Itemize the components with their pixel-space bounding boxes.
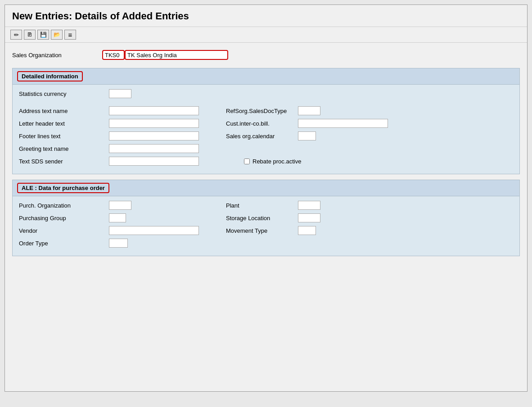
edit-button[interactable]: ✏ [10, 30, 22, 40]
letter-col: Letter header text [19, 119, 226, 128]
purchasing-group-col: Purchasing Group [19, 213, 226, 222]
letter-header-text-label: Letter header text [19, 120, 109, 127]
purchasing-group-label: Purchasing Group [19, 215, 109, 222]
menu-button[interactable]: ≡ [64, 30, 76, 40]
purchasing-group-input[interactable] [109, 213, 126, 222]
letter-cust-row: Letter header text Cust.inter-co.bill. [19, 119, 513, 128]
order-type-label: Order Type [19, 240, 109, 247]
footer-lines-text-label: Footer lines text [19, 133, 109, 140]
statistics-currency-input[interactable] [109, 89, 131, 98]
rebate-label: Rebate proc.active [252, 158, 301, 165]
save-local-icon: 💾 [40, 32, 47, 38]
content-area: Sales Organization Detailed information … [5, 43, 527, 269]
text-sds-sender-input[interactable] [109, 157, 199, 166]
address-text-name-input[interactable] [109, 106, 199, 115]
order-type-row: Order Type [19, 239, 513, 248]
ale-header: ALE : Data for purchase order [13, 180, 519, 196]
ale-section: ALE : Data for purchase order Purch. Org… [12, 180, 520, 256]
statistics-currency-row: Statistics currency [19, 89, 513, 98]
text-sds-col: Text SDS sender [19, 157, 226, 166]
statistics-currency-label: Statistics currency [19, 90, 109, 97]
footer-col: Footer lines text [19, 131, 226, 140]
refsorg-label: RefSorg.SalesDocType [226, 108, 298, 114]
cust-interco-col: Cust.inter-co.bill. [226, 119, 388, 128]
purch-org-col: Purch. Organization [19, 201, 226, 210]
greeting-text-name-input[interactable] [109, 144, 199, 153]
ale-header-label: ALE : Data for purchase order [17, 183, 109, 193]
save-as-icon: 📂 [54, 32, 60, 38]
letter-header-text-input[interactable] [109, 119, 199, 128]
sales-org-calendar-input[interactable] [298, 131, 316, 140]
sales-org-label: Sales Organization [12, 52, 102, 59]
text-sds-sender-label: Text SDS sender [19, 158, 109, 165]
order-type-input[interactable] [109, 239, 128, 248]
purch-org-input[interactable] [109, 201, 131, 210]
refsorg-col: RefSorg.SalesDocType [226, 106, 320, 115]
refsorg-input[interactable] [298, 106, 320, 115]
greeting-row: Greeting text name [19, 144, 513, 153]
menu-icon: ≡ [68, 31, 72, 39]
movement-type-label: Movement Type [226, 227, 298, 234]
storage-location-col: Storage Location [226, 213, 320, 222]
storage-location-label: Storage Location [226, 215, 298, 222]
detailed-info-body: Statistics currency Address text name Re… [13, 85, 519, 174]
save-button[interactable]: 🖹 [24, 30, 36, 40]
cust-interco-label: Cust.inter-co.bill. [226, 120, 298, 127]
storage-location-input[interactable] [298, 213, 320, 222]
sales-org-name-input[interactable] [125, 50, 228, 60]
vendor-movement-row: Vendor Movement Type [19, 226, 513, 235]
greeting-text-name-label: Greeting text name [19, 145, 109, 152]
purch-org-plant-row: Purch. Organization Plant [19, 201, 513, 210]
plant-col: Plant [226, 201, 320, 210]
text-sds-rebate-row: Text SDS sender Rebate proc.active [19, 157, 513, 166]
title-bar: New Entries: Details of Added Entries [5, 5, 527, 27]
footer-lines-text-input[interactable] [109, 131, 199, 140]
movement-type-col: Movement Type [226, 226, 316, 235]
rebate-checkbox[interactable] [244, 158, 250, 164]
address-text-name-label: Address text name [19, 108, 109, 114]
main-container: New Entries: Details of Added Entries ✏ … [5, 5, 527, 392]
edit-icon: ✏ [14, 32, 19, 38]
purch-org-label: Purch. Organization [19, 202, 109, 209]
detailed-info-header: Detailed information [13, 68, 519, 85]
page-title: New Entries: Details of Added Entries [12, 10, 520, 22]
ale-body: Purch. Organization Plant Purchasing Gro… [13, 196, 519, 256]
sales-org-inputs [102, 50, 228, 60]
toolbar: ✏ 🖹 💾 📂 ≡ [5, 27, 527, 43]
footer-calendar-row: Footer lines text Sales org.calendar [19, 131, 513, 140]
save-as-button[interactable]: 📂 [51, 30, 63, 40]
movement-type-input[interactable] [298, 226, 316, 235]
vendor-input[interactable] [109, 226, 199, 235]
sales-org-calendar-label: Sales org.calendar [226, 133, 298, 140]
sales-org-code-input[interactable] [102, 50, 125, 60]
detailed-info-header-label: Detailed information [17, 71, 83, 81]
rebate-col: Rebate proc.active [244, 158, 301, 165]
sales-org-calendar-col: Sales org.calendar [226, 131, 316, 140]
save-icon: 🖹 [27, 32, 32, 38]
purchasing-group-storage-row: Purchasing Group Storage Location [19, 213, 513, 222]
spacer1 [19, 102, 513, 106]
plant-input[interactable] [298, 201, 320, 210]
address-refsorg-row: Address text name RefSorg.SalesDocType [19, 106, 513, 115]
vendor-label: Vendor [19, 227, 109, 234]
plant-label: Plant [226, 202, 298, 209]
address-col: Address text name [19, 106, 226, 115]
detailed-info-section: Detailed information Statistics currency… [12, 68, 520, 174]
save-local-button[interactable]: 💾 [37, 30, 49, 40]
vendor-col: Vendor [19, 226, 226, 235]
sales-org-row: Sales Organization [12, 50, 520, 60]
cust-interco-input[interactable] [298, 119, 388, 128]
